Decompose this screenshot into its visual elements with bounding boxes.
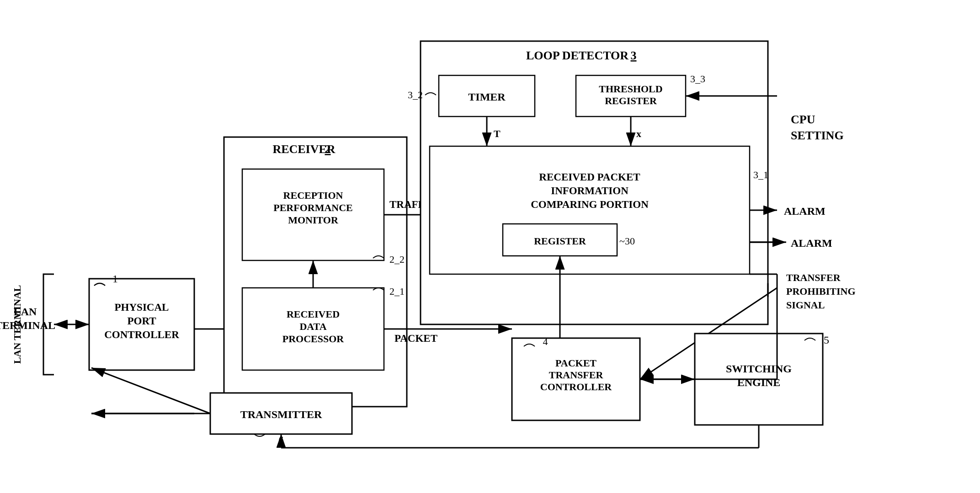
tps-label2: PROHIBITING bbox=[786, 286, 856, 297]
rpcp-ref: 3_1 bbox=[753, 169, 768, 180]
block-diagram-svg: LAN TERMINAL LAN TERMINAL PHYSICAL PORT … bbox=[0, 0, 980, 493]
x-label: x bbox=[636, 128, 641, 139]
se-text2: ENGINE bbox=[737, 376, 781, 388]
rdp-text1: RECEIVED bbox=[287, 308, 340, 320]
rpcp-text1: RECEIVED PACKET bbox=[539, 171, 640, 183]
cpu-setting-text2: SETTING bbox=[791, 129, 844, 142]
timer-ref: 3_2 bbox=[408, 89, 423, 101]
T-label: T bbox=[494, 128, 501, 139]
loop-detector-label-num: 3 bbox=[631, 49, 637, 62]
ptc-text3: CONTROLLER bbox=[540, 381, 612, 392]
rpm-text3: MONITOR bbox=[288, 214, 339, 226]
register-text: REGISTER bbox=[534, 235, 586, 247]
tps-label3: SIGNAL bbox=[786, 299, 825, 311]
ptc-text2: TRANSFER bbox=[549, 369, 604, 381]
cpu-setting-text1: CPU bbox=[791, 113, 815, 126]
rpm-ref: 2_2 bbox=[389, 254, 405, 265]
ppc-text1: PHYSICAL bbox=[115, 302, 169, 313]
ptc-text1: PACKET bbox=[555, 357, 597, 369]
alarm-text: ALARM bbox=[784, 205, 826, 217]
loop-detector-label: LOOP DETECTOR bbox=[526, 49, 628, 62]
diagram-container: LAN TERMINAL LAN TERMINAL PHYSICAL PORT … bbox=[0, 0, 980, 493]
se-text1: SWITCHING bbox=[726, 363, 792, 375]
rpm-text1: RECEPTION bbox=[283, 190, 343, 201]
rdp-text2: DATA bbox=[299, 321, 326, 332]
transmitter-text: TRANSMITTER bbox=[240, 408, 322, 420]
threshold-ref: 3_3 bbox=[690, 73, 705, 85]
lan-terminal-text: LAN bbox=[14, 306, 37, 318]
packet-label: PACKET bbox=[394, 333, 437, 344]
timer-text: TIMER bbox=[468, 91, 506, 103]
ppc-ref: 1 bbox=[112, 273, 118, 285]
rdp-ref: 2_1 bbox=[389, 286, 405, 297]
alarm-label: ALARM bbox=[791, 237, 832, 249]
threshold-reg-text1: THRESHOLD bbox=[599, 83, 662, 95]
ppc-text2: PORT bbox=[127, 315, 156, 327]
ptc-ref: 4 bbox=[543, 336, 548, 347]
tps-label1: TRANSFER bbox=[786, 272, 841, 283]
ppc-text3: CONTROLLER bbox=[104, 329, 179, 340]
receiver-label-2: 2 bbox=[325, 143, 331, 156]
rpm-text2: PERFORMANCE bbox=[273, 202, 353, 213]
se-ref: 5 bbox=[824, 334, 829, 346]
register-ref: ~30 bbox=[619, 235, 635, 247]
svg-text:TERMINAL: TERMINAL bbox=[0, 319, 55, 331]
rpcp-text3: COMPARING PORTION bbox=[531, 199, 649, 210]
rdp-text3: PROCESSOR bbox=[282, 333, 345, 345]
rpcp-text2: INFORMATION bbox=[551, 185, 628, 196]
threshold-reg-text2: REGISTER bbox=[605, 95, 657, 106]
